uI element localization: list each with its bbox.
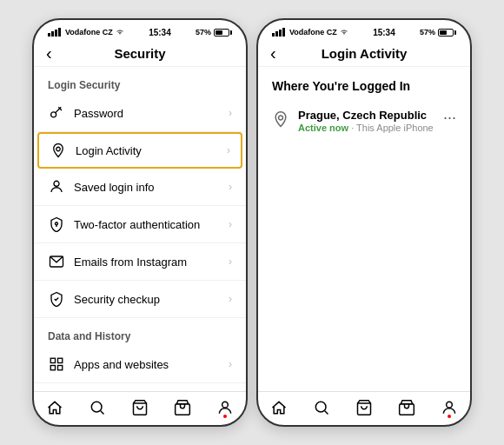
search-icon-right: [313, 399, 330, 416]
envelope-icon: [48, 253, 65, 270]
time-label: 15:34: [149, 28, 171, 37]
svg-rect-10: [175, 404, 189, 415]
svg-rect-8: [58, 366, 63, 370]
bottom-nav-shop-left[interactable]: [131, 399, 149, 416]
signal-icon-right: [272, 28, 285, 37]
right-phone: Vodafone CZ 15:34 57% ‹ Login Activity: [256, 18, 472, 427]
grid-icon: [48, 355, 65, 373]
profile-dot: [223, 415, 227, 418]
back-button-right[interactable]: ‹: [270, 43, 276, 63]
bottom-nav-home-right[interactable]: [270, 399, 288, 416]
login-info-prague: Prague, Czech Republic Active now · This…: [298, 109, 434, 133]
chevron-apps-websites: ›: [229, 358, 232, 370]
bottom-nav-home-left[interactable]: [46, 399, 63, 416]
bottom-nav-search-left[interactable]: [89, 399, 106, 416]
nav-header-left: ‹ Security: [34, 41, 246, 67]
profile-icon-right: [441, 399, 458, 416]
battery-pct-right: 57%: [420, 28, 435, 37]
menu-item-saved-login[interactable]: Saved login info ›: [34, 169, 246, 206]
battery-icon-right: [438, 29, 456, 37]
shop-icon: [131, 399, 149, 416]
menu-item-login-activity[interactable]: Login Activity ›: [37, 132, 242, 169]
svg-point-3: [56, 222, 58, 225]
status-bar-right: Vodafone CZ 15:34 57%: [258, 20, 470, 41]
apps-websites-label: Apps and websites: [74, 358, 169, 371]
page-title-right: Login Activity: [322, 46, 408, 61]
emails-label: Emails from Instagram: [74, 256, 187, 269]
carrier-label-right: Vodafone CZ: [289, 28, 337, 37]
svg-rect-5: [50, 358, 55, 362]
login-activity-label: Login Activity: [76, 144, 142, 157]
login-item-prague: Prague, Czech Republic Active now · This…: [258, 100, 470, 143]
search-icon: [89, 399, 106, 416]
status-right-right: 57%: [420, 28, 456, 37]
svg-point-0: [51, 112, 56, 117]
left-content: Login Security Password ›: [34, 67, 246, 391]
person-icon: [48, 178, 65, 196]
signal-icon: [48, 28, 61, 37]
page-title-left: Security: [114, 46, 165, 61]
nav-header-right: ‹ Login Activity: [258, 41, 470, 67]
profile-dot-right: [448, 415, 451, 418]
wifi-icon-right: [340, 29, 348, 36]
section-data-history: Data and History: [34, 318, 246, 346]
two-factor-label: Two-factor authentication: [74, 218, 200, 231]
status-left: Vodafone CZ: [48, 28, 124, 37]
profile-icon: [216, 399, 234, 416]
login-location-text: Prague, Czech Republic: [298, 109, 434, 122]
bottom-nav-profile-left[interactable]: [216, 399, 234, 416]
carrier-label: Vodafone CZ: [65, 28, 113, 37]
menu-item-2fa[interactable]: Two-factor authentication ›: [34, 206, 246, 243]
shield-check-icon: [48, 290, 65, 308]
bottom-nav-search-right[interactable]: [313, 399, 330, 416]
svg-point-1: [56, 147, 61, 151]
svg-rect-6: [58, 358, 63, 362]
security-checkup-label: Security checkup: [74, 293, 160, 306]
bottom-nav-bag-left[interactable]: [174, 399, 191, 416]
menu-item-emails[interactable]: Emails from Instagram ›: [34, 243, 246, 281]
status-bar-left: Vodafone CZ 15:34 57%: [34, 20, 246, 41]
back-button-left[interactable]: ‹: [46, 43, 52, 63]
time-label-right: 15:34: [373, 28, 395, 37]
bottom-nav-left: [34, 391, 246, 425]
svg-point-15: [446, 402, 452, 408]
bag-icon-right: [398, 399, 415, 416]
menu-item-password[interactable]: Password ›: [34, 95, 246, 132]
svg-point-12: [279, 116, 283, 120]
bottom-nav-shop-right[interactable]: [355, 399, 373, 416]
svg-rect-7: [50, 366, 55, 370]
bottom-nav-right: [258, 391, 470, 425]
saved-login-label: Saved login info: [74, 181, 155, 194]
login-section-title: Where You're Logged In: [258, 67, 470, 100]
login-status-text: Active now · This Apple iPhone: [298, 123, 434, 133]
home-icon-right: [270, 399, 288, 416]
location-icon: [50, 142, 67, 159]
shield-lock-icon: [48, 216, 65, 233]
chevron-saved-login: ›: [229, 181, 232, 193]
chevron-2fa: ›: [229, 218, 232, 230]
login-active-label: Active now: [298, 123, 348, 133]
more-options-button[interactable]: ···: [443, 109, 456, 127]
key-icon: [48, 104, 65, 122]
shop-icon-right: [355, 399, 373, 416]
menu-item-apps-websites[interactable]: Apps and websites ›: [34, 346, 246, 383]
svg-point-13: [316, 402, 327, 412]
battery-icon: [214, 29, 232, 37]
menu-item-security-checkup[interactable]: Security checkup ›: [34, 281, 246, 318]
status-left-right: Vodafone CZ: [272, 28, 348, 37]
svg-point-2: [54, 181, 59, 186]
svg-rect-14: [399, 404, 414, 415]
chevron-password: ›: [229, 107, 232, 119]
home-icon: [46, 399, 63, 416]
section-login-security: Login Security: [34, 67, 246, 95]
bottom-nav-bag-right[interactable]: [398, 399, 415, 416]
right-content: Where You're Logged In Prague, Czech Rep…: [258, 67, 470, 391]
battery-pct: 57%: [196, 28, 211, 37]
bag-icon: [174, 399, 191, 416]
left-phone: Vodafone CZ 15:34 57% ‹ Security: [32, 18, 248, 427]
chevron-security-checkup: ›: [229, 293, 232, 305]
bottom-nav-profile-right[interactable]: [441, 399, 458, 416]
chevron-emails: ›: [229, 256, 232, 268]
location-pin-icon: [272, 110, 289, 134]
login-device-label: This Apple iPhone: [356, 123, 434, 133]
